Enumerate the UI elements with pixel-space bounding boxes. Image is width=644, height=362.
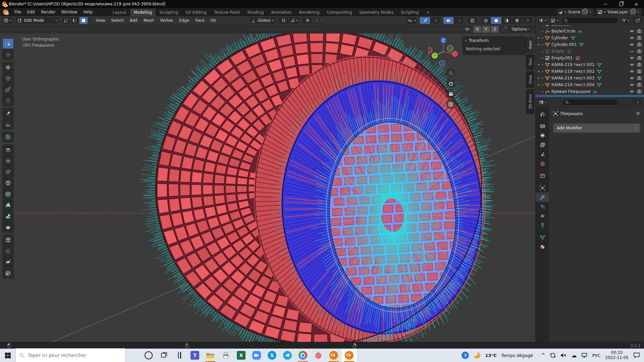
menu-uv[interactable]: UV	[207, 16, 219, 24]
shading-dropdown[interactable]: ▾	[522, 17, 533, 24]
volume-muted-icon[interactable]	[560, 353, 567, 358]
menu-help[interactable]: Help	[80, 8, 95, 16]
workspace-tab-animation[interactable]: Animation	[267, 9, 295, 16]
tool-measure[interactable]	[2, 119, 14, 130]
workspace-tab-uv-editing[interactable]: UV Editing	[182, 9, 210, 16]
mirror-x-button[interactable]: X	[473, 26, 481, 33]
render-visibility-icon[interactable]	[637, 49, 642, 54]
weather-condition[interactable]: Temps dégagé	[501, 353, 533, 358]
mode-selector[interactable]: Edit Mode ▾	[15, 17, 59, 24]
close-button[interactable]: ×	[629, 0, 644, 8]
tab-material[interactable]	[536, 242, 549, 251]
workspace-add-tab[interactable]: +	[422, 9, 433, 16]
sidebar-tab-3d-print[interactable]: 3D-Print	[526, 89, 534, 114]
tab-physics[interactable]	[536, 211, 549, 221]
restore-button[interactable]	[613, 0, 629, 8]
panel-grip-icon[interactable]: ::::	[518, 39, 523, 42]
blender-app[interactable]	[326, 349, 341, 362]
menu-mesh[interactable]: Mesh	[141, 16, 157, 24]
mirror-z-button[interactable]: Z	[491, 26, 499, 33]
menu-edit[interactable]: Edit	[24, 8, 38, 16]
outliner-search[interactable]	[561, 17, 619, 24]
new-collection-button[interactable]	[632, 17, 643, 24]
blender-menu-button[interactable]	[0, 8, 11, 16]
outliner-display-mode-button[interactable]: ▾	[549, 17, 560, 24]
workspace-tab-rendering[interactable]: Rendering	[295, 9, 323, 16]
hide-eye-icon[interactable]	[630, 56, 634, 60]
menu-select[interactable]: Select	[108, 16, 126, 24]
render-visibility-icon[interactable]	[637, 89, 642, 94]
tab-object[interactable]	[536, 183, 549, 192]
expand-icon[interactable]: ▸	[540, 29, 545, 33]
render-visibility-icon[interactable]	[637, 29, 642, 34]
workspace-tab-sculpting[interactable]: Sculpting	[156, 9, 182, 16]
render-visibility-icon[interactable]	[637, 76, 642, 80]
shading-rendered-button[interactable]	[512, 17, 522, 24]
tool-scale[interactable]	[2, 84, 14, 95]
tool-move[interactable]	[2, 62, 14, 73]
expand-icon[interactable]: ▸	[540, 63, 545, 66]
viewport-3d[interactable]: User Orthographic (30) Покрышка	[0, 34, 535, 342]
edge-select-button[interactable]	[70, 17, 79, 24]
render-visibility-icon[interactable]	[637, 62, 642, 67]
scene-selector[interactable]: ▾ Scene ×	[557, 8, 593, 16]
pin-icon[interactable]	[636, 111, 640, 116]
blender-active-app[interactable]	[341, 349, 357, 362]
hide-eye-icon[interactable]	[630, 76, 634, 80]
expand-icon[interactable]: ▸	[540, 50, 545, 53]
clock[interactable]: 00:15 2022-11-05	[605, 350, 629, 360]
language-indicator[interactable]: РУС	[592, 353, 600, 358]
expand-icon[interactable]: ▸	[540, 56, 545, 60]
tool-rotate[interactable]	[2, 73, 14, 84]
file-explorer-app[interactable]	[203, 349, 218, 362]
tool-annotate[interactable]	[2, 108, 14, 119]
workspace-tab-shading[interactable]: Shading	[244, 9, 267, 16]
shading-material-button[interactable]	[501, 17, 512, 24]
hide-eye-icon[interactable]	[630, 69, 634, 74]
pan-view-button[interactable]	[446, 79, 455, 88]
network-icon[interactable]	[581, 353, 587, 358]
render-visibility-icon[interactable]	[637, 36, 642, 40]
object-visibility-dropdown[interactable]: ▾	[407, 17, 417, 24]
outliner-item-kama-219-tekst-003[interactable]: ▸ КАМА-219 текст.003	[536, 75, 644, 81]
menu-add[interactable]: Add	[127, 16, 141, 24]
viewlayer-selector[interactable]: ▾ ViewLayer ×	[596, 8, 641, 16]
tool-poly-build[interactable]	[2, 200, 14, 210]
tool-extrude-region[interactable]	[2, 144, 14, 155]
render-visibility-icon[interactable]	[637, 42, 642, 47]
menu-vertex[interactable]: Vertex	[157, 16, 176, 24]
hide-eye-icon[interactable]	[630, 89, 634, 94]
add-modifier-button[interactable]: Add Modifier ▾	[553, 123, 640, 133]
tab-output[interactable]	[536, 131, 549, 140]
tool-bevel[interactable]	[2, 167, 14, 177]
editor-type-button[interactable]: ▾	[2, 17, 13, 24]
expand-icon[interactable]: ▸	[540, 90, 545, 93]
workspace-tab-compositing[interactable]: Compositing	[323, 9, 356, 16]
sidebar-tab-tool[interactable]: Tool	[526, 54, 534, 70]
help-icon[interactable]: ?	[462, 352, 469, 359]
zoom-view-button[interactable]	[446, 68, 455, 78]
workspace-tab-layout[interactable]: Layout	[109, 9, 130, 16]
fax-printer-app[interactable]	[218, 349, 233, 362]
shading-solid-button[interactable]	[491, 17, 501, 24]
pinned-bars-app[interactable]	[172, 349, 187, 362]
sidebar-tab-item[interactable]: Item	[526, 37, 534, 53]
transform-orientation-dropdown[interactable]: Global ▾	[249, 17, 275, 24]
tab-object-data[interactable]	[536, 233, 549, 242]
render-visibility-icon[interactable]	[637, 82, 642, 87]
outliner-item-beziercircle[interactable]: ▸ BezierCircle	[536, 28, 644, 35]
hide-eye-icon[interactable]	[630, 36, 634, 40]
sidebar-tab-view[interactable]: View	[526, 71, 534, 88]
rotation-lock-icon[interactable]	[550, 353, 556, 358]
tool-add-cube[interactable]	[2, 132, 14, 142]
xray-toggle-button[interactable]	[467, 17, 478, 24]
taskbar-search[interactable]	[15, 348, 125, 362]
menu-edge[interactable]: Edge	[176, 16, 192, 24]
show-overlays-button[interactable]	[443, 17, 454, 24]
chrome-app[interactable]	[295, 349, 311, 362]
tray-expand-chevron[interactable]: ^	[541, 352, 545, 358]
tab-scene[interactable]	[536, 149, 549, 159]
outliner-filter-button[interactable]: ▾	[620, 17, 631, 24]
tab-constraints[interactable]	[536, 221, 549, 230]
transform-panel-header[interactable]: ▾ Transform ::::	[463, 37, 526, 45]
